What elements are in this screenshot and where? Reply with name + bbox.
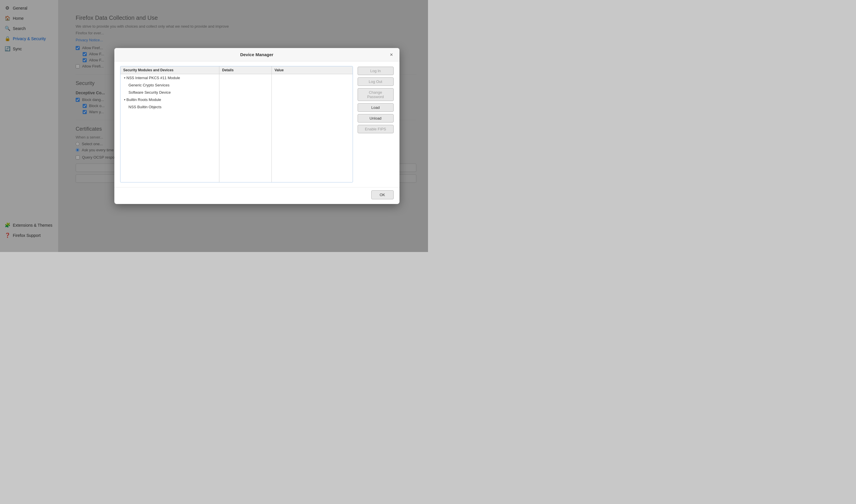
close-button[interactable]: ×	[388, 52, 395, 58]
tree-section: Security Modules and Devices ▾ NSS Inter…	[121, 66, 219, 182]
chevron-down-icon: ▾	[124, 76, 125, 79]
dialog-header: Device Manager ×	[114, 48, 399, 61]
log-in-button[interactable]: Log In	[358, 67, 394, 75]
change-password-button[interactable]: Change Password	[358, 88, 394, 101]
module-nss-pkcs[interactable]: ▾ NSS Internal PKCS #11 Module	[121, 74, 219, 82]
value-col-header: Value	[272, 66, 353, 74]
module-builtin-roots-label: Builtin Roots Module	[127, 97, 161, 102]
device-software-security[interactable]: Software Security Device	[121, 89, 219, 96]
load-button[interactable]: Load	[358, 103, 394, 112]
device-manager-dialog: Device Manager × Security Modules and De…	[114, 48, 399, 204]
dialog-body: Security Modules and Devices ▾ NSS Inter…	[114, 61, 399, 187]
tree-details-wrapper: Security Modules and Devices ▾ NSS Inter…	[120, 66, 353, 182]
dialog-title: Device Manager	[240, 52, 273, 57]
chevron-down-icon-2: ▾	[124, 98, 125, 101]
action-buttons: Log In Log Out Change Password Load Unlo…	[353, 66, 394, 182]
unload-button[interactable]: Unload	[358, 114, 394, 123]
device-nss-builtin[interactable]: NSS Builtin Objects	[121, 103, 219, 111]
log-out-button[interactable]: Log Out	[358, 77, 394, 86]
enable-fips-button[interactable]: Enable FIPS	[358, 125, 394, 133]
value-section: Value	[272, 66, 353, 182]
details-section: Details	[219, 66, 272, 182]
ok-button[interactable]: OK	[371, 190, 394, 199]
module-builtin-roots[interactable]: ▾ Builtin Roots Module	[121, 96, 219, 103]
device-software-security-label: Software Security Device	[129, 90, 171, 94]
device-nss-builtin-label: NSS Builtin Objects	[129, 105, 161, 109]
details-col-header: Details	[219, 66, 271, 74]
tree-col-header: Security Modules and Devices	[121, 66, 219, 74]
device-generic-crypto-label: Generic Crypto Services	[129, 83, 170, 87]
module-nss-pkcs-label: NSS Internal PKCS #11 Module	[127, 76, 180, 80]
dialog-footer: OK	[114, 187, 399, 204]
device-generic-crypto[interactable]: Generic Crypto Services	[121, 82, 219, 89]
